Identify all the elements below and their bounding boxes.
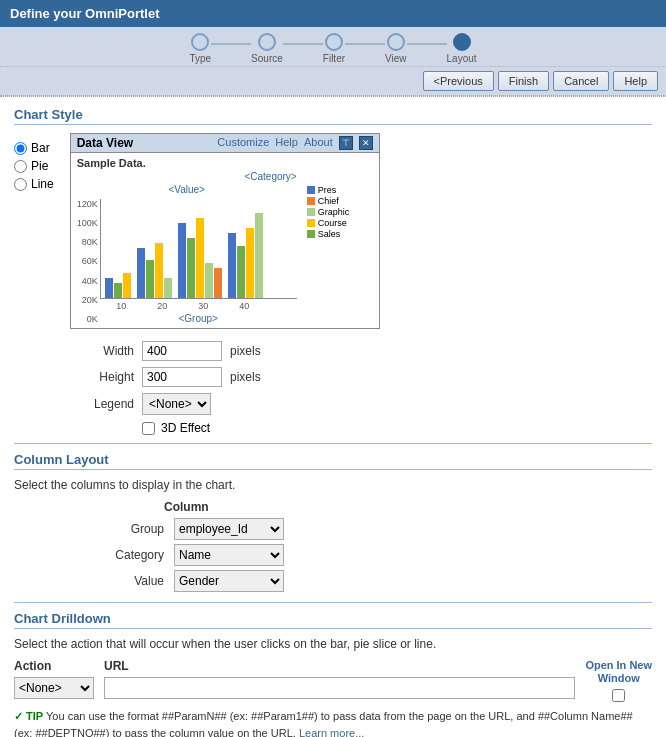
- data-view-header: Data View Customize Help About ⊤ ✕: [71, 134, 379, 153]
- step-type[interactable]: Type: [189, 33, 211, 64]
- legend-color-course: [307, 219, 315, 227]
- step-circle-filter: [325, 33, 343, 51]
- bar-30-3: [205, 263, 213, 298]
- category-row-label: Category: [94, 548, 164, 562]
- 3d-label: 3D Effect: [161, 421, 210, 435]
- top-cancel-button[interactable]: Cancel: [553, 71, 609, 91]
- value-row-label: Value: [94, 574, 164, 588]
- url-input[interactable]: [104, 677, 575, 699]
- group-label: <Group>: [100, 313, 297, 324]
- bar-40-0: [228, 233, 236, 298]
- 3d-checkbox[interactable]: [142, 422, 155, 435]
- y-label-0k: 0K: [77, 314, 98, 324]
- bar-20-2: [155, 243, 163, 298]
- chart-sample-label: Sample Data.: [77, 157, 373, 169]
- bar-group-20: [137, 243, 172, 298]
- width-label: Width: [74, 344, 134, 358]
- column-header-row: Column: [94, 500, 652, 514]
- legend-color-sales: [307, 230, 315, 238]
- step-label-type: Type: [189, 53, 211, 64]
- value-label: <Value>: [77, 184, 297, 195]
- x-label-20: 20: [145, 301, 180, 311]
- column-header: Column: [164, 500, 209, 518]
- bar-30-2: [196, 218, 204, 298]
- step-filter[interactable]: Filter: [323, 33, 345, 64]
- top-button-bar: <Previous Finish Cancel Help: [0, 67, 666, 96]
- action-select[interactable]: <None> Navigate JavaScript: [14, 677, 94, 699]
- step-source[interactable]: Source: [251, 33, 283, 64]
- legend-pres: Pres: [307, 185, 350, 195]
- height-label: Height: [74, 370, 134, 384]
- step-label-layout: Layout: [447, 53, 477, 64]
- x-label-40: 40: [227, 301, 262, 311]
- bar-10-2: [123, 273, 131, 298]
- radio-bar-label: Bar: [31, 141, 50, 155]
- customize-link[interactable]: Customize: [217, 136, 269, 150]
- y-axis: 120K 100K 80K 60K 40K 20K 0K: [77, 199, 100, 324]
- radio-line-label: Line: [31, 177, 54, 191]
- bar-group-40: [228, 213, 263, 298]
- bar-30-4: [214, 268, 222, 298]
- step-circle-source: [258, 33, 276, 51]
- value-select[interactable]: employee_Id Name Gender Department: [174, 570, 284, 592]
- x-axis: 10 20 30 40: [100, 301, 297, 311]
- drilldown-divider: [14, 602, 652, 603]
- radio-line-input[interactable]: [14, 178, 27, 191]
- bar-group-10: [105, 273, 131, 298]
- top-finish-button[interactable]: Finish: [498, 71, 549, 91]
- main-content: Chart Style Bar Pie Line Data View Custo…: [0, 97, 666, 737]
- help-link[interactable]: Help: [275, 136, 298, 150]
- drilldown-header: Chart Drilldown: [14, 611, 652, 629]
- tip-box: ✓ TIP You can use the format ##ParamN## …: [14, 708, 652, 737]
- step-view[interactable]: View: [385, 33, 407, 64]
- top-help-button[interactable]: Help: [613, 71, 658, 91]
- radio-pie-input[interactable]: [14, 160, 27, 173]
- tip-learn-more-link[interactable]: Learn more...: [299, 727, 364, 737]
- title-bar: Define your OmniPortlet: [0, 0, 666, 27]
- chart-area: <Category> <Value> 120K 100K 80K 60K 40K…: [77, 171, 373, 324]
- step-label-source: Source: [251, 53, 283, 64]
- legend-chief: Chief: [307, 196, 350, 206]
- bar-30-1: [187, 238, 195, 298]
- column-row-group: Group employee_Id Name Gender Department: [94, 518, 652, 540]
- y-label-80k: 80K: [77, 237, 98, 247]
- legend-label-graphic: Graphic: [318, 207, 350, 217]
- legend-select[interactable]: <None> Top Bottom Left Right: [142, 393, 211, 415]
- bar-10-0: [105, 278, 113, 298]
- bar-20-1: [146, 260, 154, 298]
- step-line-4: [407, 43, 447, 45]
- url-header: URL: [104, 659, 575, 673]
- column-layout-desc: Select the columns to display in the cha…: [14, 478, 652, 492]
- width-input[interactable]: [142, 341, 222, 361]
- open-new-checkbox[interactable]: [612, 689, 625, 702]
- step-layout[interactable]: Layout: [447, 33, 477, 64]
- radio-bar-input[interactable]: [14, 142, 27, 155]
- bar-10-1: [114, 283, 122, 298]
- tip-icon: ✓: [14, 710, 23, 722]
- y-label-100k: 100K: [77, 218, 98, 228]
- column-layout-section: Column Layout Select the columns to disp…: [14, 452, 652, 592]
- radio-pie[interactable]: Pie: [14, 159, 54, 173]
- step-line-3: [345, 43, 385, 45]
- height-input[interactable]: [142, 367, 222, 387]
- chart-body: Sample Data. <Category> <Value> 120K 100…: [71, 153, 379, 328]
- legend-color-graphic: [307, 208, 315, 216]
- category-select[interactable]: employee_Id Name Gender Department: [174, 544, 284, 566]
- column-row-value: Value employee_Id Name Gender Department: [94, 570, 652, 592]
- radio-line[interactable]: Line: [14, 177, 54, 191]
- x-label-30: 30: [186, 301, 221, 311]
- title-bar-label: Define your OmniPortlet: [10, 6, 160, 21]
- pin-icon[interactable]: ⊤: [339, 136, 353, 150]
- legend-graphic: Graphic: [307, 207, 350, 217]
- bar-40-1: [237, 246, 245, 298]
- close-icon[interactable]: ✕: [359, 136, 373, 150]
- group-select[interactable]: employee_Id Name Gender Department: [174, 518, 284, 540]
- x-label-10: 10: [104, 301, 139, 311]
- legend-color-chief: [307, 197, 315, 205]
- radio-bar[interactable]: Bar: [14, 141, 54, 155]
- legend-sales: Sales: [307, 229, 350, 239]
- action-url-row: Action <None> Navigate JavaScript URL Op…: [14, 659, 652, 702]
- about-link[interactable]: About: [304, 136, 333, 150]
- top-previous-button[interactable]: <Previous: [423, 71, 494, 91]
- tip-label: TIP: [26, 710, 46, 722]
